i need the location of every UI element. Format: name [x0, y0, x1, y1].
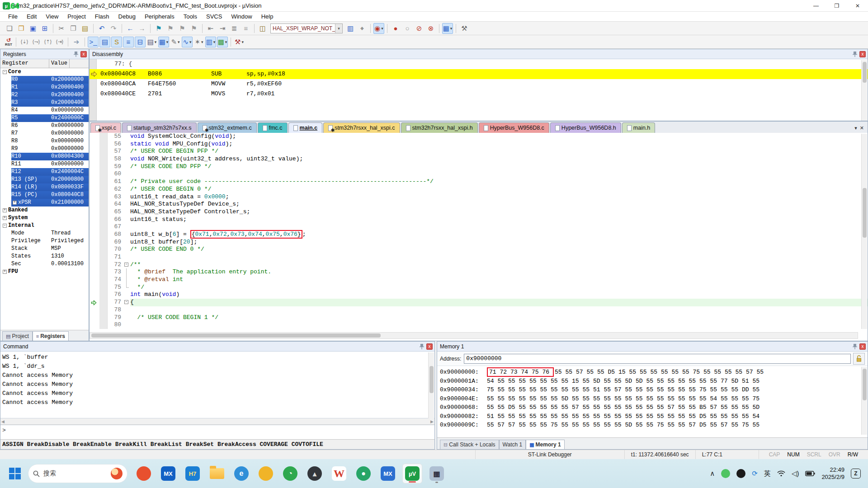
breakpoint-gutter[interactable]	[90, 306, 99, 314]
register-row[interactable]: -Internal	[0, 222, 89, 230]
code-line[interactable]: 66uint16_t status;	[90, 216, 868, 224]
fold-column[interactable]	[124, 141, 130, 148]
watch-window-toggle[interactable]: ▤▾	[146, 37, 157, 47]
register-row[interactable]: R120x2400004C	[11, 168, 89, 176]
run-to-cursor-button[interactable]: {⇥}	[54, 37, 65, 47]
code-line[interactable]: 60	[90, 170, 868, 178]
reset-button[interactable]: ↺RST	[5, 38, 12, 47]
mx-app-icon[interactable]: MX	[158, 464, 178, 483]
bird-app-icon[interactable]: ▴	[305, 464, 325, 483]
start-button[interactable]	[5, 463, 25, 484]
file-explorer-icon[interactable]	[207, 464, 227, 483]
tray-expand-icon[interactable]: ∧	[710, 469, 715, 478]
file-tab-main-c[interactable]: main.c	[288, 122, 323, 133]
minimize-button[interactable]: —	[806, 0, 826, 12]
bookmark-gutter[interactable]	[99, 186, 108, 193]
close-icon[interactable]: x	[80, 51, 87, 57]
volume-icon[interactable]: ◁)	[792, 469, 799, 478]
value-column-header[interactable]: Value	[49, 59, 70, 68]
file-tab-hyperbus-w956d8-h[interactable]: HyperBus_W956D8.h	[550, 122, 621, 133]
debug-target-button[interactable]: ◉▾	[373, 23, 384, 34]
menu-svcs[interactable]: SVCS	[202, 13, 226, 20]
new-file-button[interactable]: ❏	[4, 23, 15, 34]
fold-column[interactable]: -	[124, 299, 130, 306]
register-row[interactable]: R13 (SP)0x20000800	[11, 176, 89, 183]
breakpoint-hollow-button[interactable]: ○	[402, 23, 413, 34]
memory-scrollbar[interactable]	[861, 367, 867, 435]
register-row[interactable]: R100x08004300	[11, 153, 89, 160]
editor-hscrollbar[interactable]	[90, 332, 858, 339]
pin-icon[interactable]	[852, 343, 858, 350]
file-tab-hyperbus-w956d8-c[interactable]: HyperBus_W956D8.c	[479, 122, 549, 133]
expand-icon[interactable]: +	[3, 270, 7, 274]
fold-column[interactable]	[124, 268, 130, 276]
wechat-icon[interactable]	[721, 469, 730, 478]
editor-scrollbar[interactable]	[861, 134, 867, 329]
fold-column[interactable]	[124, 163, 130, 171]
breakpoint-gutter[interactable]	[90, 178, 99, 186]
code-line[interactable]: 65HAL_NOR_StateTypeDef Controller_s;	[90, 208, 868, 216]
register-row[interactable]: ModeThread	[0, 230, 89, 237]
disassembly-line[interactable]: 0x080040CE2701MOVSr7,#0x01	[90, 89, 868, 99]
battery-icon[interactable]	[805, 471, 815, 476]
tab-registers[interactable]: ≡ Registers	[33, 331, 69, 341]
expand-icon[interactable]: +	[13, 201, 17, 205]
code-line[interactable]: 76int main(void)	[90, 291, 868, 299]
code-line[interactable]: 61/* Private user code -----------------…	[90, 178, 868, 186]
register-row[interactable]: R10x20000400	[11, 84, 89, 91]
breakpoint-gutter[interactable]	[90, 193, 99, 201]
paste-button[interactable]: ▤	[80, 23, 90, 34]
breakpoint-gutter[interactable]	[90, 284, 99, 291]
memory-window-toggle[interactable]: ▦▾	[158, 37, 169, 47]
save-button[interactable]: ▣	[28, 23, 38, 34]
step-into-button[interactable]: {⇣}	[19, 37, 30, 47]
command-scrollbar[interactable]	[428, 352, 434, 418]
sync-icon[interactable]: ⟳	[752, 469, 758, 478]
breakpoint-gutter[interactable]	[90, 299, 99, 306]
memory-row[interactable]: 0x9000001A:545555555555555515555D55555D5…	[440, 377, 868, 386]
close-icon[interactable]: x	[859, 343, 866, 350]
system-viewer-toggle[interactable]: ▥▾	[205, 37, 216, 47]
code-line[interactable]: 72-/**	[90, 261, 868, 269]
bookmark-gutter[interactable]	[99, 201, 108, 208]
yellow-app-icon[interactable]	[256, 464, 276, 483]
fold-column[interactable]	[124, 231, 130, 239]
register-row[interactable]: StackMSP	[0, 245, 89, 253]
tab-list-dropdown-icon[interactable]: ▾	[854, 125, 857, 131]
code-line[interactable]: 57/* USER CODE BEGIN PFP */	[90, 148, 868, 155]
file-tab-xspi-c[interactable]: ✱xspi.c	[90, 122, 121, 133]
breakpoint-gutter[interactable]	[90, 246, 99, 253]
wps-writer-icon[interactable]: W	[329, 464, 349, 483]
tab-memory-1[interactable]: ▦Memory 1	[526, 440, 564, 449]
code-line[interactable]: 68uint8_t w_b[6] = {0x71,0x72,0x73,0x74,…	[90, 231, 868, 239]
fold-column[interactable]	[124, 186, 130, 193]
memory-row[interactable]: 0x9000009C:555757555555755555555555555D5…	[440, 421, 868, 430]
code-area[interactable]: 55void SystemClock_Config(void);56static…	[90, 133, 868, 330]
close-icon[interactable]: x	[859, 51, 866, 57]
binoculars-button[interactable]: ⌖	[357, 23, 368, 34]
register-row[interactable]: R50x2400000C	[11, 114, 89, 122]
register-row[interactable]: R60x00000000	[0, 122, 89, 130]
register-row[interactable]: R70x00000000	[0, 130, 89, 137]
bookmark-gutter[interactable]	[99, 246, 108, 253]
memory-row[interactable]: 0x90000000:7172737475765555575555D515555…	[440, 368, 868, 377]
taskbar-search[interactable]: 搜索	[28, 464, 127, 483]
peripherals-toggle[interactable]: ▩▾	[217, 37, 228, 47]
menu-peripherals[interactable]: Peripherals	[140, 13, 179, 20]
bookmark-gutter[interactable]	[99, 141, 108, 148]
code-line[interactable]: 58void NOR_Write(uint32_t address, uint3…	[90, 155, 868, 163]
step-over-button[interactable]: {⇁}	[31, 37, 42, 47]
register-row[interactable]: R90x00000000	[0, 145, 89, 153]
code-line[interactable]: 55void SystemClock_Config(void);	[90, 133, 868, 141]
search-highlight-icon[interactable]	[111, 468, 123, 479]
file-tab-stm32h7rsxx-hal-xspi-h[interactable]: stm32h7rsxx_hal_xspi.h	[401, 122, 478, 133]
breakpoint-gutter[interactable]	[90, 261, 99, 269]
register-row[interactable]: States1310	[0, 253, 89, 260]
find-in-files-button[interactable]: ◫	[257, 23, 268, 34]
maximize-button[interactable]: ❐	[826, 0, 847, 12]
bookmark-gutter[interactable]	[99, 133, 108, 141]
register-row[interactable]: +System	[0, 214, 89, 222]
bookmark-gutter[interactable]	[99, 178, 108, 186]
edge-browser-icon[interactable]: e	[231, 464, 251, 483]
fold-column[interactable]: -	[124, 261, 130, 269]
